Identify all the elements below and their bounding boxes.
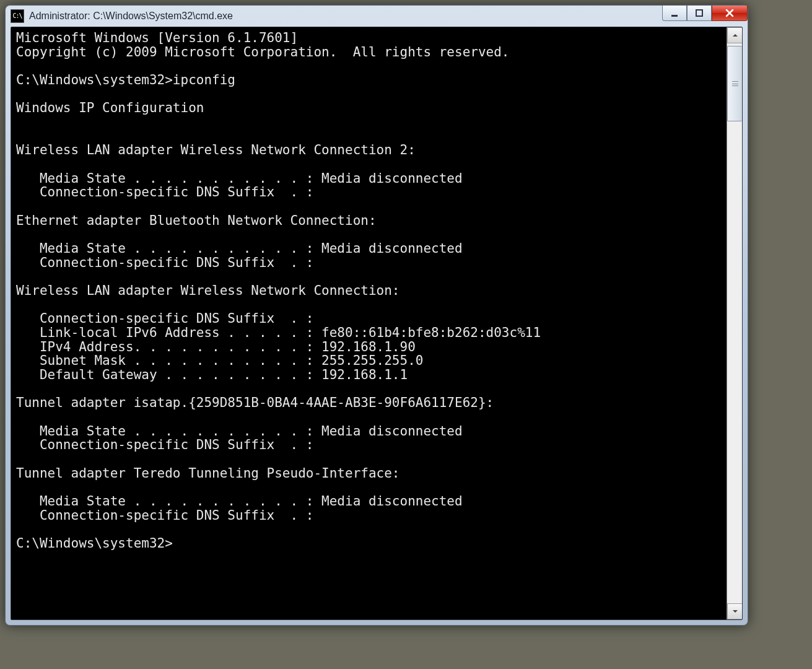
scrollbar-thumb[interactable] bbox=[727, 46, 742, 121]
close-button[interactable] bbox=[712, 6, 748, 21]
minimize-button[interactable] bbox=[662, 6, 687, 21]
maximize-button[interactable] bbox=[687, 6, 712, 21]
maximize-icon bbox=[695, 9, 704, 17]
chevron-down-icon bbox=[732, 608, 738, 614]
vertical-scrollbar[interactable] bbox=[727, 27, 742, 619]
scroll-up-button[interactable] bbox=[727, 27, 742, 43]
scrollbar-thumb-grip-icon bbox=[732, 81, 738, 86]
scroll-down-button[interactable] bbox=[727, 603, 742, 619]
scrollbar-track[interactable] bbox=[727, 43, 742, 603]
svg-rect-1 bbox=[696, 10, 702, 16]
console-output[interactable]: Microsoft Windows [Version 6.1.7601] Cop… bbox=[11, 27, 727, 619]
cmd-window: C:\ Administrator: C:\Windows\System32\c… bbox=[5, 5, 748, 626]
close-icon bbox=[725, 8, 735, 18]
client-area: Microsoft Windows [Version 6.1.7601] Cop… bbox=[11, 27, 743, 620]
cmd-app-icon-text: C:\ bbox=[12, 13, 22, 19]
window-caption-buttons bbox=[662, 6, 748, 27]
minimize-icon bbox=[670, 9, 679, 17]
titlebar[interactable]: C:\ Administrator: C:\Windows\System32\c… bbox=[6, 6, 748, 27]
chevron-up-icon bbox=[732, 32, 738, 38]
cmd-app-icon: C:\ bbox=[11, 9, 24, 23]
window-title: Administrator: C:\Windows\System32\cmd.e… bbox=[29, 11, 233, 21]
svg-rect-0 bbox=[671, 15, 678, 17]
